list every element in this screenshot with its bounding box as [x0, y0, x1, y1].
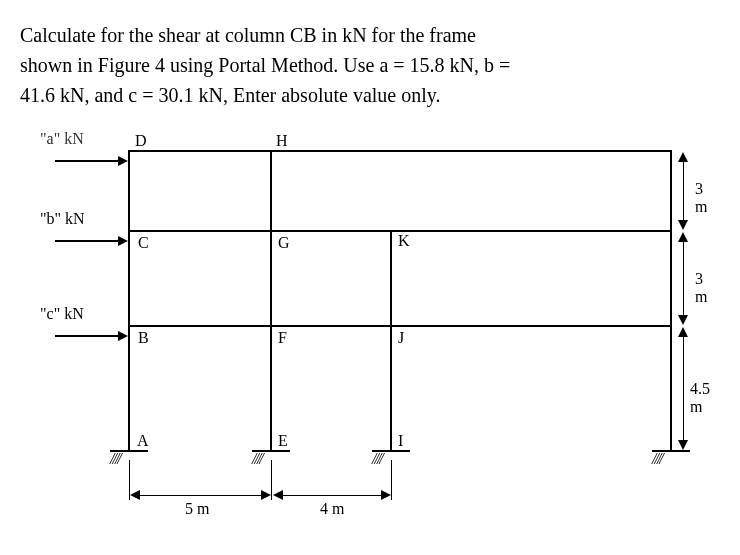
load-c-arrowhead: [118, 331, 128, 341]
support-E-hatch: ////: [252, 450, 262, 468]
node-I: I: [398, 432, 403, 450]
problem-line1: Calculate for the shear at column CB in …: [20, 24, 476, 46]
node-E: E: [278, 432, 288, 450]
dim-h1-label: 3 m: [695, 180, 710, 216]
column-mid2: [390, 230, 392, 450]
node-C: C: [138, 234, 149, 252]
load-b-arrow: [55, 240, 120, 242]
problem-line2: shown in Figure 4 using Portal Method. U…: [20, 54, 510, 76]
load-a-arrow: [55, 160, 120, 162]
load-a-label: "a" kN: [40, 130, 84, 148]
dim-h3-label: 4.5 m: [690, 380, 710, 416]
beam-top: [128, 150, 672, 152]
dim-w2-right: [381, 490, 391, 500]
column-mid1: [270, 150, 272, 450]
support-A-hatch: ////: [110, 450, 120, 468]
column-right: [670, 150, 672, 450]
node-G: G: [278, 234, 290, 252]
load-b-label: "b" kN: [40, 210, 85, 228]
load-a-arrowhead: [118, 156, 128, 166]
node-K: K: [398, 232, 410, 250]
problem-statement: Calculate for the shear at column CB in …: [20, 20, 720, 110]
dim-w-tick2: [271, 460, 272, 500]
frame-diagram: "a" kN "b" kN "c" kN D H C G K B F J A E…: [30, 130, 710, 530]
dim-h3-line: [683, 335, 684, 442]
dim-w1-right: [261, 490, 271, 500]
dim-h2-label: 3 m: [695, 270, 710, 306]
node-J: J: [398, 329, 404, 347]
column-left: [128, 150, 130, 450]
problem-line3: 41.6 kN, and c = 30.1 kN, Enter absolute…: [20, 84, 440, 106]
dim-w2-label: 4 m: [320, 500, 344, 518]
load-c-label: "c" kN: [40, 305, 84, 323]
node-H: H: [276, 132, 288, 150]
node-A: A: [137, 432, 149, 450]
dim-h3-bot: [678, 440, 688, 450]
dim-w1-label: 5 m: [185, 500, 209, 518]
dim-h1-line: [683, 160, 684, 222]
dim-h2-line: [683, 240, 684, 317]
dim-w1-line: [138, 495, 263, 496]
dim-w-tick3: [391, 460, 392, 500]
node-B: B: [138, 329, 149, 347]
node-F: F: [278, 329, 287, 347]
dim-h2-bot: [678, 315, 688, 325]
dim-w2-line: [281, 495, 383, 496]
beam-bot: [128, 325, 672, 327]
load-c-arrow: [55, 335, 120, 337]
node-D: D: [135, 132, 147, 150]
support-I-hatch: ////: [372, 450, 382, 468]
load-b-arrowhead: [118, 236, 128, 246]
support-R-hatch: ////: [652, 450, 662, 468]
dim-h1-bot: [678, 220, 688, 230]
